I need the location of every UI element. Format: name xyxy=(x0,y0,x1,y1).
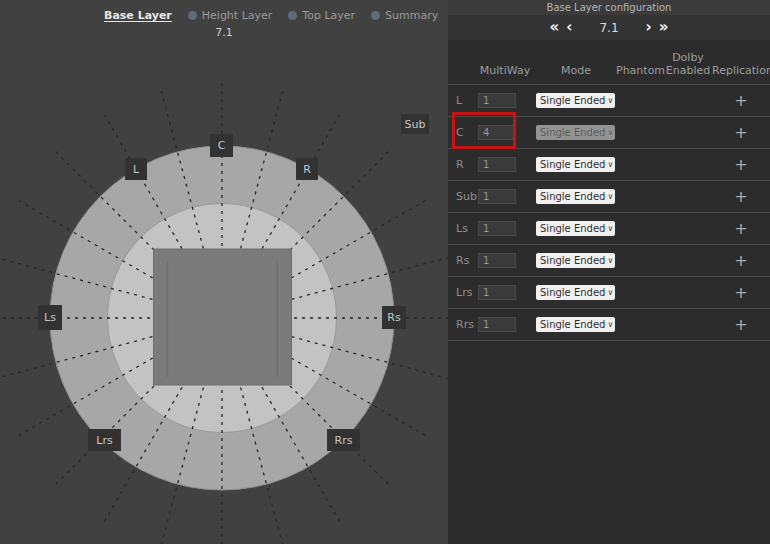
multiway-input[interactable] xyxy=(478,253,516,268)
channel-label: Lrs xyxy=(448,286,474,299)
speaker-label-ls[interactable]: Ls xyxy=(38,305,62,330)
mode-select[interactable]: Single Ended∨ xyxy=(536,285,615,300)
table-row-rs: Rs Single Ended∨ + xyxy=(448,245,770,277)
table-row-c: C Single Ended∨ + xyxy=(448,117,770,149)
tab-top-layer[interactable]: Top Layer xyxy=(288,9,355,22)
chevron-down-icon: ∨ xyxy=(607,128,613,137)
mode-select[interactable]: Single Ended∨ xyxy=(536,253,615,268)
speaker-configuration-window: Base Layer Height Layer Top Layer Summar… xyxy=(0,0,770,544)
table-row-ls: Ls Single Ended∨ + xyxy=(448,213,770,245)
mode-value: Single Ended xyxy=(540,191,605,202)
radio-icon[interactable] xyxy=(188,11,197,20)
channel-label: Rs xyxy=(448,254,474,267)
channel-label: C xyxy=(448,126,474,139)
mode-value: Single Ended xyxy=(540,95,605,106)
channel-label: Ls xyxy=(448,222,474,235)
tab-summary-label: Summary xyxy=(385,9,438,22)
channel-label: Rrs xyxy=(448,318,474,331)
speaker-label-sub[interactable]: Sub xyxy=(401,114,429,134)
channel-label: Sub xyxy=(448,190,474,203)
first-config-button[interactable]: « xyxy=(550,20,560,35)
tab-top-layer-label: Top Layer xyxy=(302,9,355,22)
table-row-rrs: Rrs Single Ended∨ + xyxy=(448,309,770,341)
add-replication-button[interactable]: + xyxy=(712,251,770,270)
base-layer-configuration-panel: Base Layer configuration « ‹ 7.1 › » Mul… xyxy=(448,0,770,544)
tab-height-layer[interactable]: Height Layer xyxy=(188,9,273,22)
speaker-label-rrs[interactable]: Rrs xyxy=(327,429,360,451)
room-square-detail-line xyxy=(167,261,169,377)
column-replication: Replication xyxy=(712,64,770,78)
tab-base-layer[interactable]: Base Layer xyxy=(104,9,172,22)
multiway-input[interactable] xyxy=(478,157,516,172)
mode-select[interactable]: Single Ended∨ xyxy=(536,221,615,236)
multiway-input[interactable] xyxy=(478,125,516,140)
current-config-value: 7.1 xyxy=(599,21,618,35)
speaker-label-rs[interactable]: Rs xyxy=(382,306,406,329)
chevron-down-icon: ∨ xyxy=(607,192,613,201)
room-square-detail-line xyxy=(277,261,279,377)
chevron-down-icon: ∨ xyxy=(607,160,613,169)
panel-title: Base Layer configuration xyxy=(448,0,770,15)
add-replication-button[interactable]: + xyxy=(712,283,770,302)
channel-table: L Single Ended∨ + C Single Ended∨ + R Si… xyxy=(448,84,770,341)
add-replication-button[interactable]: + xyxy=(712,187,770,206)
table-row-l: L Single Ended∨ + xyxy=(448,85,770,117)
multiway-input[interactable] xyxy=(478,221,516,236)
table-row-r: R Single Ended∨ + xyxy=(448,149,770,181)
chevron-down-icon: ∨ xyxy=(607,96,613,105)
mode-value: Single Ended xyxy=(540,127,605,138)
config-navigator: « ‹ 7.1 › » xyxy=(448,15,770,40)
table-row-lrs: Lrs Single Ended∨ + xyxy=(448,277,770,309)
radio-icon[interactable] xyxy=(371,11,380,20)
add-replication-button[interactable]: + xyxy=(712,91,770,110)
layout-value-label: 7.1 xyxy=(0,26,448,39)
mode-select[interactable]: Single Ended∨ xyxy=(536,157,615,172)
mode-value: Single Ended xyxy=(540,159,605,170)
layer-tabbar: Base Layer Height Layer Top Layer Summar… xyxy=(104,9,438,22)
add-replication-button[interactable]: + xyxy=(712,155,770,174)
mode-value: Single Ended xyxy=(540,255,605,266)
last-config-button[interactable]: » xyxy=(659,20,669,35)
multiway-input[interactable] xyxy=(478,93,516,108)
channel-label: L xyxy=(448,94,474,107)
speaker-label-c[interactable]: C xyxy=(210,134,233,157)
add-replication-button[interactable]: + xyxy=(712,315,770,334)
speaker-label-lrs[interactable]: Lrs xyxy=(88,429,121,451)
room-square xyxy=(154,249,292,385)
add-replication-button[interactable]: + xyxy=(712,219,770,238)
chevron-down-icon: ∨ xyxy=(607,288,613,297)
tab-summary[interactable]: Summary xyxy=(371,9,438,22)
mode-select-disabled: Single Ended∨ xyxy=(536,125,615,140)
mode-value: Single Ended xyxy=(540,223,605,234)
column-mode: Mode xyxy=(536,64,616,78)
chevron-down-icon: ∨ xyxy=(607,224,613,233)
channel-label: R xyxy=(448,158,474,171)
column-phantom: Phantom xyxy=(616,64,664,78)
chevron-down-icon: ∨ xyxy=(607,320,613,329)
tab-height-layer-label: Height Layer xyxy=(202,9,273,22)
mode-value: Single Ended xyxy=(540,319,605,330)
speaker-label-r[interactable]: R xyxy=(296,158,318,180)
mode-select[interactable]: Single Ended∨ xyxy=(536,317,615,332)
multiway-input[interactable] xyxy=(478,189,516,204)
speaker-label-l[interactable]: L xyxy=(125,158,147,180)
column-dolby-enabled: Dolby Enabled xyxy=(664,51,712,79)
table-row-sub: Sub Single Ended∨ + xyxy=(448,181,770,213)
speaker-layout-diagram xyxy=(0,0,448,544)
mode-select[interactable]: Single Ended∨ xyxy=(536,93,615,108)
mode-select[interactable]: Single Ended∨ xyxy=(536,189,615,204)
chevron-down-icon: ∨ xyxy=(607,256,613,265)
radio-icon[interactable] xyxy=(288,11,297,20)
next-config-button[interactable]: › xyxy=(646,20,652,35)
add-replication-button[interactable]: + xyxy=(712,123,770,142)
multiway-input[interactable] xyxy=(478,317,516,332)
previous-config-button[interactable]: ‹ xyxy=(566,20,572,35)
multiway-input[interactable] xyxy=(478,285,516,300)
table-header: MultiWay Mode Phantom Dolby Enabled Repl… xyxy=(448,40,770,84)
mode-value: Single Ended xyxy=(540,287,605,298)
column-multiway: MultiWay xyxy=(474,64,536,78)
